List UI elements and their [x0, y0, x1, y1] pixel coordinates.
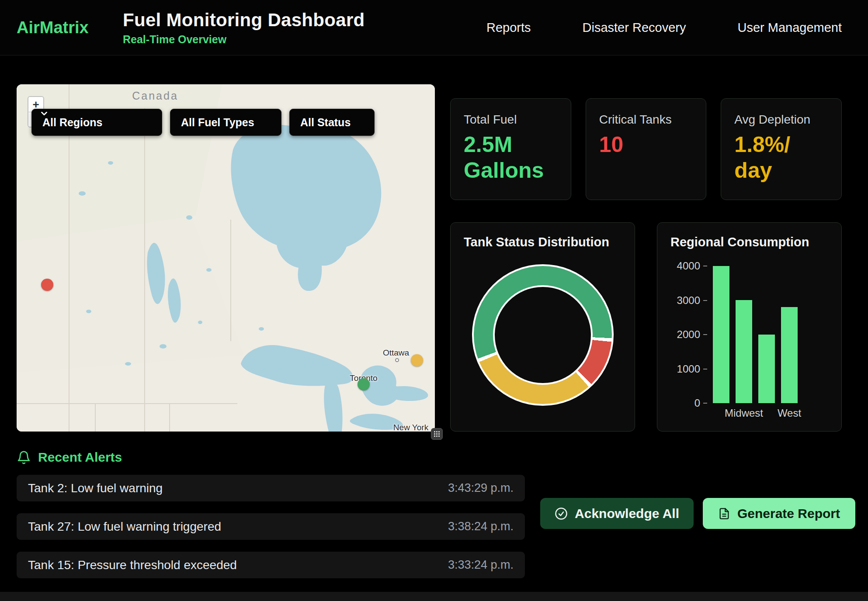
stat-card-critical-tanks: Critical Tanks 10 [586, 98, 707, 200]
stat-value: 10 [599, 132, 693, 158]
header: AirMatrix Fuel Monitoring Dashboard Real… [0, 0, 868, 55]
bar [781, 307, 798, 403]
y-axis-tick: 1000 [677, 363, 707, 375]
alert-row[interactable]: Tank 2: Low fuel warning 3:43:29 p.m. [17, 475, 525, 501]
stat-value: 1.8%/ day [734, 132, 828, 183]
alerts-header: Recent Alerts [17, 450, 122, 465]
chevron-down-icon [39, 109, 49, 118]
status-dropdown[interactable]: All Status [289, 109, 375, 136]
check-circle-icon [555, 507, 568, 520]
ottawa-city-dot [395, 358, 399, 362]
generate-report-label: Generate Report [737, 506, 840, 521]
regions-dropdown-value: All Regions [42, 116, 103, 129]
alert-row[interactable]: Tank 27: Low fuel warning triggered 3:38… [17, 513, 525, 540]
footer-bar [0, 592, 868, 601]
map-label-canada: Canada [132, 90, 178, 102]
regions-dropdown[interactable]: All Regions [31, 109, 162, 136]
bar [713, 266, 729, 403]
alert-row[interactable]: Tank 15: Pressure threshold exceeded 3:3… [17, 552, 525, 578]
tank-status-donut-chart [472, 264, 614, 406]
document-icon [718, 508, 730, 520]
page-subtitle: Real-Time Overview [123, 33, 365, 46]
bar-chart-bars [713, 266, 798, 403]
generate-report-button[interactable]: Generate Report [703, 498, 855, 529]
stat-label: Total Fuel [464, 113, 558, 127]
page-title: Fuel Monitoring Dashboard [123, 10, 365, 31]
y-axis-tick: 0 [694, 397, 707, 409]
acknowledge-all-label: Acknowledge All [575, 506, 679, 521]
alert-timestamp: 3:38:24 p.m. [448, 520, 514, 533]
x-axis-label [758, 407, 775, 419]
nav-item-user-management[interactable]: User Management [737, 21, 842, 35]
brand-logo: AirMatrix [17, 18, 123, 37]
tank-status-card: Tank Status Distribution [450, 222, 635, 432]
stat-card-avg-depletion: Avg Depletion 1.8%/ day [721, 98, 842, 200]
nav-item-disaster-recovery[interactable]: Disaster Recovery [583, 21, 686, 35]
alert-timestamp: 3:43:29 p.m. [448, 481, 514, 495]
grid-dots-icon [434, 431, 440, 437]
stat-label: Avg Depletion [734, 113, 828, 127]
map-label-ottawa: Ottawa [383, 348, 409, 358]
acknowledge-all-button[interactable]: Acknowledge All [540, 498, 694, 529]
stats-row: Total Fuel 2.5M Gallons Critical Tanks 1… [450, 98, 842, 200]
tank-marker-critical[interactable] [41, 279, 53, 291]
x-axis-label: West [781, 407, 798, 419]
bar-chart-categories: MidwestWest [713, 407, 798, 419]
donut-chart-title: Tank Status Distribution [464, 235, 621, 249]
x-axis-label: Midwest [736, 407, 752, 419]
bar-chart-y-axis: 40003000200010000 [671, 266, 707, 403]
tank-marker-warning[interactable] [411, 354, 423, 366]
map-filters: All Regions All Fuel Types All Status [31, 109, 375, 136]
donut-hole [495, 287, 591, 383]
y-axis-tick: 4000 [677, 260, 707, 272]
tank-marker-normal[interactable] [358, 378, 370, 390]
regional-consumption-card: Regional Consumption 40003000200010000 M… [657, 222, 842, 432]
alerts-title: Recent Alerts [38, 450, 122, 465]
y-axis-tick: 2000 [677, 328, 707, 341]
nav-item-reports[interactable]: Reports [486, 21, 531, 35]
fuel-types-dropdown[interactable]: All Fuel Types [170, 109, 281, 136]
fuel-map[interactable]: Canada Ottawa Toronto New York + − All R… [17, 84, 435, 432]
bar-chart-title: Regional Consumption [670, 235, 828, 249]
bar-chart-plot: MidwestWest [713, 266, 798, 419]
main-nav: Reports Disaster Recovery User Managemen… [486, 21, 842, 35]
stat-card-total-fuel: Total Fuel 2.5M Gallons [450, 98, 571, 200]
alert-message: Tank 27: Low fuel warning triggered [28, 520, 221, 534]
y-axis-tick: 3000 [677, 294, 707, 307]
fuel-types-dropdown-value: All Fuel Types [181, 116, 254, 129]
alert-timestamp: 3:33:24 p.m. [448, 558, 514, 572]
bell-icon [17, 450, 31, 465]
bar [736, 300, 752, 403]
stat-label: Critical Tanks [599, 113, 693, 127]
map-attribution-toggle[interactable] [431, 428, 443, 440]
alert-message: Tank 15: Pressure threshold exceeded [28, 558, 237, 572]
status-dropdown-value: All Status [300, 116, 351, 129]
regional-consumption-bar-chart: 40003000200010000 MidwestWest [670, 266, 828, 419]
alert-message: Tank 2: Low fuel warning [28, 481, 163, 495]
title-block: Fuel Monitoring Dashboard Real-Time Over… [123, 10, 365, 46]
stat-value: 2.5M Gallons [464, 132, 558, 183]
map-label-new-york: New York [393, 423, 428, 432]
bar [758, 335, 775, 403]
